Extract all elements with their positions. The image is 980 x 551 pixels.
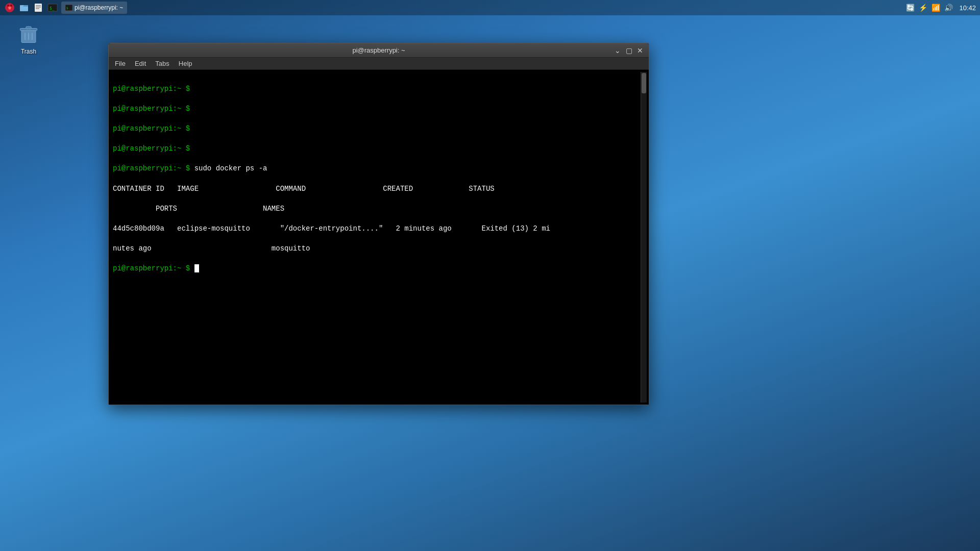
menu-edit[interactable]: Edit — [131, 59, 150, 68]
terminal-scrollbar[interactable] — [641, 72, 647, 403]
terminal-line-5: pi@raspberrypi:~ $ sudo docker ps -a — [113, 164, 636, 174]
file-manager-button[interactable] — [18, 2, 30, 13]
terminal-line-8: 44d5c80bd09a eclipse-mosquitto "/docker-… — [113, 224, 636, 234]
wifi-icon[interactable]: 📶 — [932, 4, 940, 12]
maximize-button[interactable]: ▢ — [624, 46, 633, 55]
terminal-output[interactable]: pi@raspberrypi:~ $ pi@raspberrypi:~ $ pi… — [109, 72, 641, 403]
taskbar: $_ $ pi@raspberrypi: ~ 🔄 ⚡ 📶 🔊 10:42 — [0, 0, 980, 15]
svg-text:$_: $_ — [50, 6, 55, 11]
svg-rect-5 — [35, 4, 42, 12]
svg-point-2 — [10, 5, 12, 7]
terminal-line-10: pi@raspberrypi:~ $ — [113, 264, 636, 274]
terminal-taskbar-app[interactable]: $ pi@raspberrypi: ~ — [61, 2, 127, 14]
svg-rect-7 — [36, 7, 41, 8]
titlebar-controls: ⌄ ▢ ✕ — [613, 46, 645, 55]
terminal-scrollbar-thumb[interactable] — [642, 73, 646, 93]
terminal-line-7: PORTS NAMES — [113, 204, 636, 214]
terminal-line-2: pi@raspberrypi:~ $ — [113, 104, 636, 114]
menu-file[interactable]: File — [111, 59, 130, 68]
terminal-line-4: pi@raspberrypi:~ $ — [113, 144, 636, 154]
terminal-app-label: pi@raspberrypi: ~ — [75, 4, 123, 11]
terminal-window: pi@raspberrypi: ~ ⌄ ▢ ✕ File Edit Tabs H… — [108, 43, 649, 405]
terminal-content[interactable]: pi@raspberrypi:~ $ pi@raspberrypi:~ $ pi… — [109, 70, 649, 405]
svg-rect-15 — [26, 27, 32, 29]
svg-text:$: $ — [66, 6, 68, 10]
taskbar-right: 🔄 ⚡ 📶 🔊 10:42 — [906, 4, 976, 12]
taskbar-left: $_ $ pi@raspberrypi: ~ — [4, 2, 127, 14]
menu-help[interactable]: Help — [175, 59, 197, 68]
menu-tabs[interactable]: Tabs — [151, 59, 173, 68]
rpi-menu-button[interactable] — [4, 2, 15, 13]
svg-rect-8 — [36, 8, 39, 9]
terminal-menubar: File Edit Tabs Help — [109, 58, 649, 70]
clock: 10:42 — [959, 4, 976, 12]
close-button[interactable]: ✕ — [635, 46, 645, 55]
text-editor-button[interactable] — [33, 2, 44, 13]
terminal-titlebar: pi@raspberrypi: ~ ⌄ ▢ ✕ — [109, 43, 649, 58]
trash-icon-image — [16, 21, 41, 46]
svg-point-1 — [7, 5, 9, 7]
terminal-taskbar-button[interactable]: $_ — [47, 2, 58, 13]
terminal-title: pi@raspberrypi: ~ — [352, 46, 405, 54]
terminal-line-6: CONTAINER ID IMAGE COMMAND CREATED STATU… — [113, 184, 636, 194]
terminal-line-9: nutes ago mosquitto — [113, 244, 636, 254]
trash-label: Trash — [21, 48, 36, 55]
sync-icon[interactable]: 🔄 — [906, 4, 915, 12]
svg-rect-6 — [36, 5, 41, 6]
minimize-button[interactable]: ⌄ — [613, 46, 622, 55]
terminal-line-3: pi@raspberrypi:~ $ — [113, 124, 636, 134]
bluetooth-icon[interactable]: ⚡ — [919, 4, 927, 12]
trash-icon[interactable]: Trash — [8, 19, 49, 57]
terminal-line-1: pi@raspberrypi:~ $ — [113, 84, 636, 94]
volume-icon[interactable]: 🔊 — [944, 4, 953, 12]
